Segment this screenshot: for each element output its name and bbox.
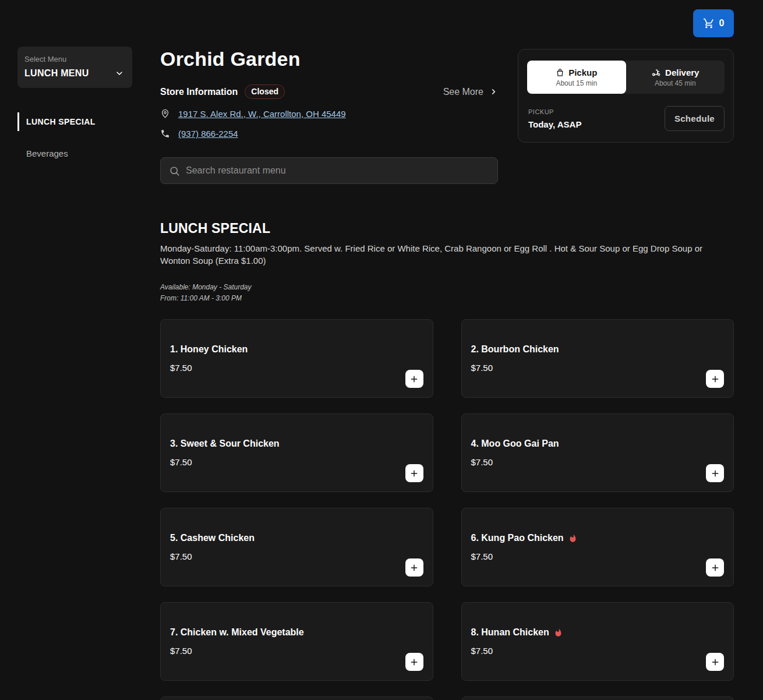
menu-item-price: $7.50 [170, 646, 423, 656]
see-more-label: See More [443, 87, 483, 97]
spicy-icon [554, 628, 563, 637]
menu-item-price: $7.50 [471, 551, 725, 561]
see-more-link[interactable]: See More [443, 87, 498, 97]
topbar: 0 [0, 0, 763, 47]
menu-item-card[interactable]: 8. Hunan Chicken $7.50 [461, 602, 734, 681]
menu-item-price: $7.50 [471, 646, 725, 656]
spicy-icon [568, 534, 577, 543]
menu-item-name: 2. Bourbon Chicken [471, 344, 725, 355]
menu-section: LUNCH SPECIAL Monday-Saturday: 11:00am-3… [160, 221, 734, 700]
location-icon [160, 109, 170, 119]
menu-item-price: $7.50 [471, 457, 725, 467]
plus-icon [409, 563, 419, 572]
bag-icon [556, 68, 564, 77]
menu-item-card[interactable]: 3. Sweet & Sour Chicken $7.50 [160, 413, 433, 492]
sidebar: Select Menu LUNCH MENU LUNCH SPECIAL Bev… [17, 47, 132, 163]
search-bar [160, 157, 498, 184]
menu-select-dropdown[interactable]: Select Menu LUNCH MENU [17, 47, 132, 88]
menu-item-name: 8. Hunan Chicken [471, 627, 549, 638]
add-to-cart-button[interactable] [405, 558, 423, 577]
plus-icon [711, 563, 720, 572]
cart-icon [703, 17, 715, 29]
scooter-icon [651, 68, 661, 77]
add-to-cart-button[interactable] [405, 370, 423, 388]
menu-item-card[interactable]: 4. Moo Goo Gai Pan $7.50 [461, 413, 734, 492]
menu-item-name: 6. Kung Pao Chicken [471, 533, 564, 543]
menu-item-price: $7.50 [170, 457, 423, 467]
address-link[interactable]: 1917 S. Alex Rd., W., Carrollton, OH 454… [178, 109, 346, 119]
menu-item-card-partial[interactable] [461, 697, 734, 700]
menu-item-card[interactable]: 5. Cashew Chicken $7.50 [160, 508, 433, 586]
phone-link[interactable]: (937) 866-2254 [178, 129, 238, 139]
menu-item-card[interactable]: 6. Kung Pao Chicken $7.50 [461, 508, 734, 586]
pickup-eta: About 15 min [556, 79, 597, 87]
menu-item-card[interactable]: 1. Honey Chicken $7.50 [160, 319, 433, 398]
menu-item-card[interactable]: 2. Bourbon Chicken $7.50 [461, 319, 734, 398]
add-to-cart-button[interactable] [405, 653, 423, 671]
menu-item-card-partial[interactable] [160, 697, 433, 700]
plus-icon [409, 469, 419, 478]
add-to-cart-button[interactable] [706, 370, 724, 388]
fulfillment-toggle: Pickup About 15 min Delivery About 45 mi… [527, 61, 725, 94]
plus-icon [711, 657, 720, 667]
search-icon [169, 165, 180, 176]
sidebar-item-beverages[interactable]: Beverages [17, 144, 132, 163]
availability-days: Available: Monday - Saturday [160, 282, 734, 293]
status-badge: Closed [245, 84, 285, 99]
main-content: Orchid Garden Store Information Closed S… [160, 47, 734, 700]
add-to-cart-button[interactable] [706, 653, 724, 671]
plus-icon [409, 657, 419, 667]
section-title: LUNCH SPECIAL [160, 221, 734, 236]
chevron-right-icon [489, 87, 498, 96]
availability-hours: From: 11:00 AM - 3:00 PM [160, 293, 734, 304]
fulfillment-time: Today, ASAP [528, 119, 581, 129]
section-description: Monday-Saturday: 11:00am-3:00pm. Served … [160, 242, 730, 267]
menu-item-name: 3. Sweet & Sour Chicken [170, 439, 423, 449]
pickup-label: Pickup [568, 68, 597, 77]
menu-item-price: $7.50 [170, 363, 423, 373]
chevron-down-icon [115, 69, 124, 78]
delivery-tab[interactable]: Delivery About 45 min [626, 61, 725, 94]
sidebar-nav: LUNCH SPECIAL Beverages [17, 112, 132, 163]
pickup-tab[interactable]: Pickup About 15 min [527, 61, 626, 94]
cart-count: 0 [719, 18, 725, 29]
menu-item-name: 4. Moo Goo Gai Pan [471, 439, 725, 449]
menu-select-label: Select Menu [24, 55, 124, 63]
phone-icon [160, 129, 170, 139]
add-to-cart-button[interactable] [706, 464, 724, 482]
store-info-label: Store Information [160, 87, 238, 97]
delivery-label: Delivery [665, 68, 699, 77]
plus-icon [711, 374, 720, 384]
sidebar-item-lunch-special[interactable]: LUNCH SPECIAL [17, 112, 132, 131]
menu-item-price: $7.50 [170, 551, 423, 561]
cart-button[interactable]: 0 [693, 9, 734, 37]
menu-item-name: 5. Cashew Chicken [170, 533, 423, 543]
plus-icon [711, 469, 720, 478]
delivery-eta: About 45 min [655, 79, 696, 87]
menu-item-card[interactable]: 7. Chicken w. Mixed Vegetable $7.50 [160, 602, 433, 681]
plus-icon [409, 374, 419, 384]
add-to-cart-button[interactable] [706, 558, 724, 577]
search-input[interactable] [186, 165, 489, 176]
menu-item-name: 1. Honey Chicken [170, 344, 423, 355]
page-title: Orchid Garden [160, 48, 498, 70]
menu-item-price: $7.50 [471, 363, 725, 373]
selected-mode-label: PICKUP [528, 108, 581, 115]
menu-select-value: LUNCH MENU [24, 68, 89, 79]
menu-item-name: 7. Chicken w. Mixed Vegetable [170, 627, 423, 638]
add-to-cart-button[interactable] [405, 464, 423, 482]
fulfillment-card: Pickup About 15 min Delivery About 45 mi… [518, 49, 734, 143]
schedule-button[interactable]: Schedule [665, 106, 725, 131]
menu-grid: 1. Honey Chicken $7.50 2. Bourbon Chicke… [160, 319, 734, 700]
